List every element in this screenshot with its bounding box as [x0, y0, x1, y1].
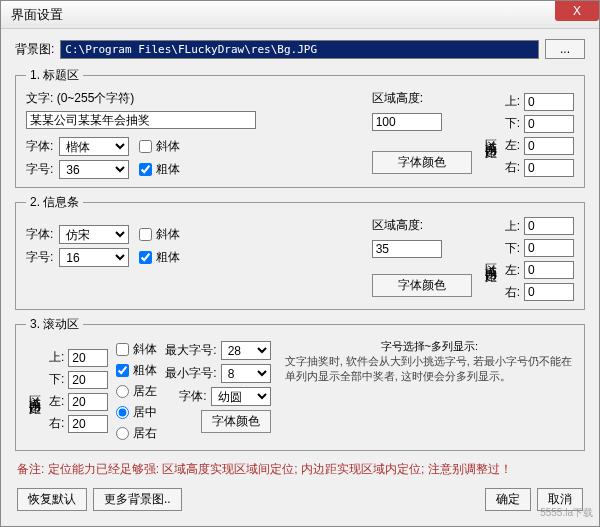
margin-title: 区域内边距 — [482, 130, 499, 140]
size-select[interactable]: 36 — [59, 160, 129, 179]
window: 界面设置 X 背景图: ... 1. 标题区 文字: (0~255个字符) 字体… — [0, 0, 600, 527]
background-row: 背景图: ... — [15, 39, 585, 59]
more-bg-button[interactable]: 更多背景图.. — [93, 488, 182, 511]
size-label: 字号: — [26, 249, 53, 266]
min-size-select[interactable]: 8 — [221, 364, 271, 383]
font-color-button[interactable]: 字体颜色 — [372, 151, 472, 174]
right-label: 右: — [505, 159, 520, 176]
bottom-buttons: 恢复默认 更多背景图.. 确定 取消 — [15, 486, 585, 513]
font-color-button[interactable]: 字体颜色 — [201, 410, 271, 433]
margin-bottom-input[interactable] — [524, 115, 574, 133]
section1-legend: 1. 标题区 — [26, 67, 83, 84]
font-select[interactable]: 幼圆 — [211, 387, 271, 406]
font-select[interactable]: 楷体 — [59, 137, 129, 156]
margin-left-input[interactable] — [524, 261, 574, 279]
margin-bottom-input[interactable] — [524, 239, 574, 257]
font-label: 字体: — [26, 138, 53, 155]
margin-top-input[interactable] — [524, 93, 574, 111]
italic-checkbox[interactable]: 斜体 — [139, 226, 180, 243]
italic-checkbox[interactable]: 斜体 — [116, 341, 157, 358]
margin-title: 区域内边距 — [482, 254, 499, 264]
bold-checkbox[interactable]: 粗体 — [116, 362, 157, 379]
left-label: 左: — [505, 137, 520, 154]
note-text: 备注: 定位能力已经足够强: 区域高度实现区域间定位; 内边距实现区域内定位; … — [15, 457, 585, 482]
height-label: 区域高度: — [372, 90, 472, 107]
titlebar: 界面设置 X — [1, 1, 599, 29]
margin-right-input[interactable] — [68, 415, 108, 433]
margin-title: 区域内边距 — [26, 386, 43, 396]
height-input[interactable] — [372, 113, 442, 131]
size-select[interactable]: 16 — [59, 248, 129, 267]
margin-bottom-input[interactable] — [68, 371, 108, 389]
section3-legend: 3. 滚动区 — [26, 316, 83, 333]
ok-button[interactable]: 确定 — [485, 488, 531, 511]
browse-button[interactable]: ... — [545, 39, 585, 59]
height-input[interactable] — [372, 240, 442, 258]
margin-left-input[interactable] — [68, 393, 108, 411]
max-size-select[interactable]: 28 — [221, 341, 271, 360]
text-label: 文字: (0~255个字符) — [26, 90, 362, 107]
height-label: 区域高度: — [372, 217, 472, 234]
margin-left-input[interactable] — [524, 137, 574, 155]
bottom-label: 下: — [505, 115, 520, 132]
margin-right-input[interactable] — [524, 159, 574, 177]
cancel-button[interactable]: 取消 — [537, 488, 583, 511]
section2-legend: 2. 信息条 — [26, 194, 83, 211]
close-button[interactable]: X — [555, 1, 599, 21]
font-label: 字体: — [26, 226, 53, 243]
close-icon: X — [573, 4, 581, 18]
bold-checkbox[interactable]: 粗体 — [139, 161, 180, 178]
italic-checkbox[interactable]: 斜体 — [139, 138, 180, 155]
align-right-radio[interactable]: 居右 — [116, 425, 157, 442]
font-color-button[interactable]: 字体颜色 — [372, 274, 472, 297]
hint-title: 字号选择~多列显示: — [285, 339, 574, 354]
bg-label: 背景图: — [15, 41, 54, 58]
content: 背景图: ... 1. 标题区 文字: (0~255个字符) 字体: 楷体 斜体 — [1, 29, 599, 521]
section-scroll-area: 3. 滚动区 区域内边距 上: 下: 左: 右: 斜体 粗体 居左 居中 — [15, 316, 585, 451]
margin-right-input[interactable] — [524, 283, 574, 301]
window-title: 界面设置 — [11, 6, 63, 24]
section-info-bar: 2. 信息条 字体: 仿宋 斜体 字号: 16 — [15, 194, 585, 310]
size-label: 字号: — [26, 161, 53, 178]
section-title-area: 1. 标题区 文字: (0~255个字符) 字体: 楷体 斜体 字号: — [15, 67, 585, 188]
hint-body: 文字抽奖时, 软件会从大到小挑选字号, 若最小字号仍不能在单列内显示全部中奖者,… — [285, 354, 574, 385]
margin-top-input[interactable] — [68, 349, 108, 367]
font-select[interactable]: 仿宋 — [59, 225, 129, 244]
margin-top-input[interactable] — [524, 217, 574, 235]
align-center-radio[interactable]: 居中 — [116, 404, 157, 421]
top-label: 上: — [505, 93, 520, 110]
bold-checkbox[interactable]: 粗体 — [139, 249, 180, 266]
title-text-input[interactable] — [26, 111, 256, 129]
restore-default-button[interactable]: 恢复默认 — [17, 488, 87, 511]
bg-path-input[interactable] — [60, 40, 539, 59]
align-left-radio[interactable]: 居左 — [116, 383, 157, 400]
